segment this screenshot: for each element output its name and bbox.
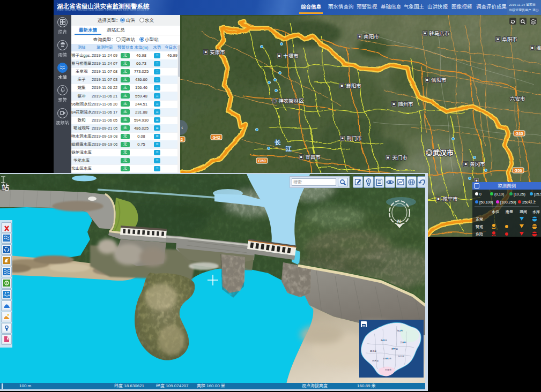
svg-text:站: 站 bbox=[2, 183, 9, 192]
svg-text:危险: 危险 bbox=[476, 232, 483, 237]
svg-text:▣ 十堰市: ▣ 十堰市 bbox=[277, 53, 299, 59]
svg-text:万宁市: 万宁市 bbox=[398, 355, 404, 358]
svg-text:▣ 宜昌市: ▣ 宜昌市 bbox=[299, 154, 321, 160]
svg-text:昌江县: 昌江县 bbox=[370, 350, 376, 352]
svg-text:三亚市: 三亚市 bbox=[385, 368, 391, 371]
svg-text:G50: G50 bbox=[514, 168, 522, 173]
svg-text:▣ 安康市: ▣ 安康市 bbox=[203, 49, 225, 55]
svg-text:◎ 神农架林区: ◎ 神农架林区 bbox=[272, 98, 304, 104]
svg-text:[50,100): [50,100) bbox=[479, 200, 493, 205]
svg-text:N: N bbox=[397, 218, 401, 224]
svg-text:250以上: 250以上 bbox=[522, 200, 536, 204]
svg-text:海口市: 海口市 bbox=[397, 329, 403, 332]
svg-text:水位: 水位 bbox=[492, 210, 499, 214]
svg-text:雨量: 雨量 bbox=[506, 210, 513, 214]
svg-text:文昌市: 文昌市 bbox=[400, 341, 406, 344]
svg-text:▣ 随州市: ▣ 随州市 bbox=[391, 101, 413, 107]
svg-text:▣ 黄冈市: ▣ 黄冈市 bbox=[463, 161, 485, 167]
svg-text:G42: G42 bbox=[212, 135, 220, 140]
svg-text:▣ 阜阳市: ▣ 阜阳市 bbox=[495, 36, 517, 42]
svg-text:正常: 正常 bbox=[476, 217, 483, 221]
svg-text:◎武汉市: ◎武汉市 bbox=[426, 149, 454, 157]
svg-text:‹: ‹ bbox=[181, 125, 183, 131]
svg-text:0: 0 bbox=[479, 192, 481, 196]
svg-text:▣ 咸宁市: ▣ 咸宁市 bbox=[436, 196, 458, 202]
svg-text:▣ 天门市: ▣ 天门市 bbox=[386, 155, 407, 161]
svg-text:乐东县: 乐东县 bbox=[372, 359, 379, 362]
svg-text:长: 长 bbox=[275, 139, 281, 146]
svg-text:▣ 荆门市: ▣ 荆门市 bbox=[340, 135, 362, 141]
svg-text:G50: G50 bbox=[258, 159, 265, 163]
svg-text:G35: G35 bbox=[515, 131, 523, 136]
svg-text:[10,25): [10,25) bbox=[514, 192, 525, 197]
svg-text:水库: 水库 bbox=[532, 210, 540, 214]
svg-text:▣ 驻马店市: ▣ 驻马店市 bbox=[423, 31, 449, 36]
svg-text:警戒: 警戒 bbox=[476, 224, 483, 229]
svg-text:▣ 南阳市: ▣ 南阳市 bbox=[357, 34, 379, 40]
svg-text:42: 42 bbox=[180, 137, 183, 142]
svg-text:▣ 襄阳市: ▣ 襄阳市 bbox=[339, 83, 361, 89]
svg-text:▣ 淮南: ▣ 淮南 bbox=[530, 45, 541, 51]
svg-text:[25,5: [25,5 bbox=[534, 192, 541, 197]
svg-text:琼中县: 琼中县 bbox=[391, 348, 398, 350]
svg-text:堰闸: 堰闸 bbox=[520, 209, 527, 214]
svg-text:▣ 信阳市: ▣ 信阳市 bbox=[425, 77, 447, 83]
svg-text:[100,250): [100,250) bbox=[500, 200, 516, 205]
svg-text:江: 江 bbox=[285, 146, 292, 152]
svg-text:(0,10): (0,10) bbox=[494, 192, 504, 197]
svg-text:六安市: 六安市 bbox=[510, 96, 525, 102]
